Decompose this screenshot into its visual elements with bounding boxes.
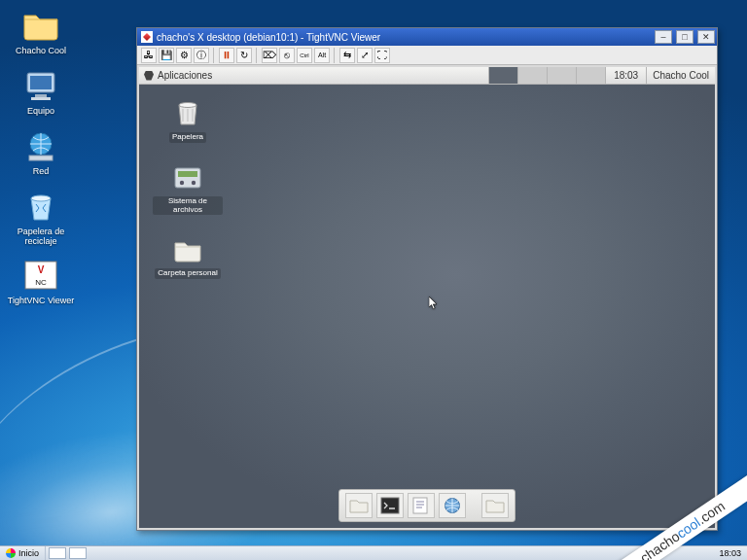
tray-clock[interactable]: 18:03 <box>719 548 741 558</box>
dock-editor[interactable] <box>408 493 435 518</box>
svg-rect-16 <box>413 498 427 513</box>
desktop-icon-label: Papelera de reciclaje <box>6 228 76 247</box>
svg-rect-5 <box>29 156 53 160</box>
toolbar-save[interactable]: 💾 <box>159 48 174 63</box>
toolbar-separator <box>256 48 258 63</box>
toolbar-pause[interactable]: ⏸ <box>219 48 234 63</box>
toolbar-alt-key[interactable]: Alt <box>314 48 330 63</box>
svg-rect-2 <box>35 94 47 97</box>
workspace-3[interactable] <box>547 67 576 84</box>
remote-icon-carpeta-personal[interactable]: Carpeta personal <box>153 232 223 279</box>
windows-logo-icon <box>6 548 16 558</box>
toolbar-separator <box>334 48 336 63</box>
desktop-icons: Chacho Cool Equipo Red Papelera de recic… <box>6 6 76 306</box>
svg-text:V: V <box>38 264 45 275</box>
titlebar[interactable]: chacho's X desktop (debian10:1) - TightV… <box>137 28 717 46</box>
desktop-icon-label: Red <box>33 167 50 177</box>
desktop-icon-red[interactable]: Red <box>6 126 76 177</box>
close-button[interactable]: ✕ <box>697 30 715 44</box>
dock-home-folder[interactable] <box>481 493 509 518</box>
network-icon <box>21 126 60 165</box>
home-folder-icon <box>171 232 204 265</box>
window-controls: – □ ✕ <box>653 30 717 44</box>
minimize-button[interactable]: – <box>655 30 672 44</box>
windows-desktop: Chacho Cool Equipo Red Papelera de recic… <box>0 0 747 560</box>
toolbar-separator <box>213 48 215 63</box>
toolbar-transfer[interactable]: ⇆ <box>339 48 355 63</box>
remote-dock <box>338 489 516 522</box>
toolbar-fullscreen[interactable]: ⛶ <box>374 48 390 63</box>
desktop-icon-equipo[interactable]: Equipo <box>6 66 76 117</box>
toolbar-scale[interactable]: ⤢ <box>357 48 373 63</box>
desktop-icon-chacho-cool[interactable]: Chacho Cool <box>6 6 76 56</box>
xfce-foot-icon <box>144 71 154 81</box>
workspace-1[interactable] <box>488 67 517 84</box>
remote-icon-papelera[interactable]: Papelera <box>153 96 223 143</box>
desktop-icon-tightvnc[interactable]: VNC TightVNC Viewer <box>6 256 76 306</box>
taskbar-item-vnc[interactable] <box>69 547 87 559</box>
toolbar-ctrl-key[interactable]: Ctrl <box>297 48 312 63</box>
svg-point-6 <box>31 195 51 201</box>
toolbar-refresh[interactable]: ↻ <box>236 48 252 63</box>
svg-point-10 <box>179 103 196 108</box>
toolbar-new-connection[interactable]: 🖧 <box>141 48 157 63</box>
remote-icon-sistema-archivos[interactable]: Sistema de archivos <box>153 160 223 216</box>
svg-rect-1 <box>30 76 52 89</box>
mouse-cursor <box>429 297 439 310</box>
desktop-icon-label: TightVNC Viewer <box>8 297 75 306</box>
remote-top-panel: Aplicaciones 18:03 Chacho Cool <box>139 67 715 85</box>
panel-user-menu[interactable]: Chacho Cool <box>646 67 715 84</box>
dock-terminal[interactable] <box>376 493 404 518</box>
filesystem-icon <box>171 160 204 193</box>
desktop-icon-papelera[interactable]: Papelera de reciclaje <box>6 187 76 247</box>
vnc-toolbar: 🖧 💾 ⚙ ⓘ ⏸ ↻ ⌦ ⎋ Ctrl Alt ⇆ ⤢ ⛶ <box>137 46 717 65</box>
toolbar-info[interactable]: ⓘ <box>194 48 209 63</box>
panel-clock[interactable]: 18:03 <box>605 67 646 84</box>
remote-desktop-icons: Papelera Sistema de archivos Carpeta per… <box>153 96 223 279</box>
workspace-switcher <box>488 67 605 84</box>
remote-icon-label: Carpeta personal <box>155 268 220 279</box>
taskbar-item-explorer[interactable] <box>49 547 66 559</box>
tightvnc-icon: VNC <box>21 256 60 295</box>
svg-point-14 <box>192 181 196 185</box>
dock-web-browser[interactable] <box>439 493 466 518</box>
dock-file-manager[interactable] <box>345 493 373 518</box>
remote-icon-label: Sistema de archivos <box>153 196 223 216</box>
computer-icon <box>21 66 60 105</box>
svg-rect-12 <box>178 171 197 177</box>
vnc-viewer-window: chacho's X desktop (debian10:1) - TightV… <box>136 27 718 531</box>
start-label: Inicio <box>18 548 39 558</box>
svg-rect-3 <box>31 97 51 100</box>
workspace-2[interactable] <box>517 67 547 84</box>
folder-icon <box>21 6 60 45</box>
applications-label: Aplicaciones <box>158 70 212 81</box>
toolbar-ctrl-esc[interactable]: ⎋ <box>279 48 295 63</box>
maximize-button[interactable]: □ <box>676 30 694 44</box>
tightvnc-icon <box>141 31 153 43</box>
toolbar-ctrl-alt-del[interactable]: ⌦ <box>262 48 277 63</box>
svg-text:NC: NC <box>35 278 47 287</box>
desktop-icon-label: Chacho Cool <box>16 47 66 56</box>
system-tray: 18:03 <box>713 548 747 558</box>
svg-rect-15 <box>381 498 399 513</box>
toolbar-options[interactable]: ⚙ <box>176 48 192 63</box>
desktop-icon-label: Equipo <box>27 107 54 117</box>
remote-desktop[interactable]: Aplicaciones 18:03 Chacho Cool Papelera <box>139 67 715 528</box>
start-button[interactable]: Inicio <box>0 546 46 560</box>
remote-icon-label: Papelera <box>169 132 206 143</box>
svg-point-13 <box>180 181 184 185</box>
trash-icon <box>171 96 204 129</box>
workspace-4[interactable] <box>576 67 605 84</box>
window-title: chacho's X desktop (debian10:1) - TightV… <box>157 32 380 43</box>
recycle-bin-icon <box>21 187 60 226</box>
applications-menu[interactable]: Aplicaciones <box>139 70 217 81</box>
